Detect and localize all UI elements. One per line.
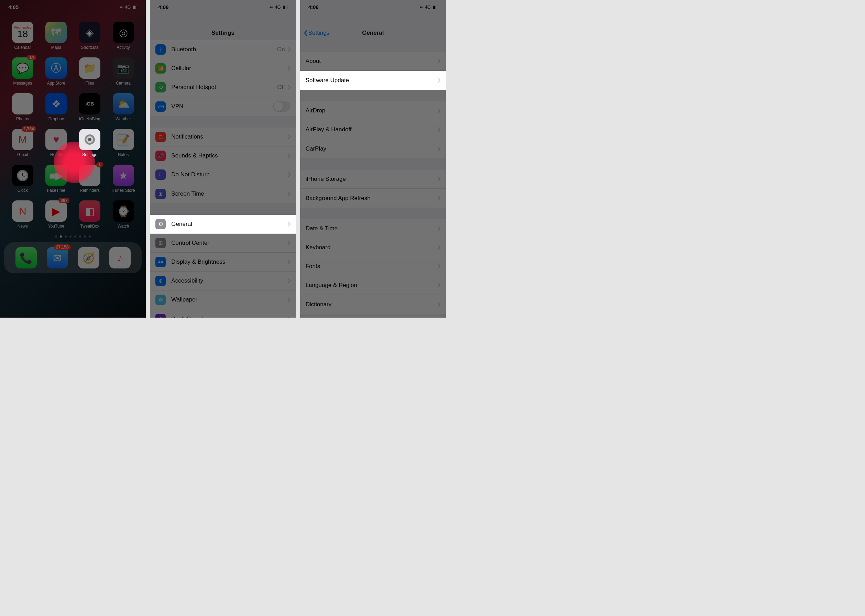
app-clock[interactable]: 🕓 Clock xyxy=(8,165,38,193)
row-keyboard[interactable]: Keyboard xyxy=(300,238,446,257)
row-accessibility[interactable]: ⊚ Accessibility xyxy=(150,272,296,291)
row-vpn[interactable]: VPN VPN xyxy=(150,97,296,116)
app-label: Notes xyxy=(118,152,129,157)
notes-icon: 📝 xyxy=(113,129,134,150)
row-label: Language & Region xyxy=(306,282,438,289)
app-health[interactable]: ♥ Health xyxy=(41,129,71,157)
app-label: Watch xyxy=(118,224,129,229)
dropbox-icon: ❖ xyxy=(46,93,67,115)
row-general[interactable]: ⚙ General xyxy=(150,215,296,234)
app-gmail[interactable]: M 1,784 Gmail xyxy=(8,129,38,157)
activity-icon: ◎ xyxy=(113,22,134,43)
app-calendar[interactable]: Wednesday 18 Calendar xyxy=(8,22,38,50)
control-center-icon: ⊞ xyxy=(156,238,166,248)
row-label: Screen Time xyxy=(171,190,288,197)
app-shortcuts[interactable]: ◈ Shortcuts xyxy=(75,22,105,50)
app-news[interactable]: N News xyxy=(8,200,38,229)
app-messages[interactable]: 💬 14 Messages xyxy=(8,57,38,86)
badge: 387 xyxy=(58,198,69,203)
row-bluetooth[interactable]: ᛒ Bluetooth On xyxy=(150,40,296,59)
vpn-toggle[interactable] xyxy=(273,101,291,112)
row-storage[interactable]: iPhone Storage xyxy=(300,170,446,189)
shortcuts-icon: ◈ xyxy=(79,22,101,43)
app-settings[interactable]: Settings xyxy=(75,129,105,157)
app-itunes-store[interactable]: ★ iTunes Store xyxy=(108,165,138,193)
row-label: VPN xyxy=(171,103,273,110)
dock-safari[interactable]: 🧭 xyxy=(78,247,99,269)
row-fonts[interactable]: Fonts xyxy=(300,257,446,276)
app-photos[interactable]: ✿ Photos xyxy=(8,93,38,121)
app-notes[interactable]: 📝 Notes xyxy=(108,129,138,157)
row-airdrop[interactable]: AirDrop xyxy=(300,101,446,120)
row-label: Background App Refresh xyxy=(306,195,438,202)
app-appstore[interactable]: Ⓐ App Store xyxy=(41,57,71,86)
row-language[interactable]: Language & Region xyxy=(300,276,446,295)
status-time: 4:06 xyxy=(308,4,319,10)
app-label: App Store xyxy=(47,81,65,86)
row-label: AirPlay & Handoff xyxy=(306,126,438,133)
signal-icon: ▪▪ xyxy=(120,5,123,9)
dock-music[interactable]: ♪ xyxy=(109,247,131,269)
row-sounds[interactable]: 🔊 Sounds & Haptics xyxy=(150,146,296,165)
chevron-icon xyxy=(288,85,291,90)
app-label: Clock xyxy=(17,188,28,193)
back-button[interactable]: Settings xyxy=(304,30,329,36)
hotspot-icon: ⟲ xyxy=(156,82,166,93)
row-control-center[interactable]: ⊞ Control Center xyxy=(150,234,296,253)
row-screentime[interactable]: ⧗ Screen Time xyxy=(150,184,296,203)
app-igeeksblog[interactable]: iGB iGeeksBlog xyxy=(75,93,105,121)
row-background-refresh[interactable]: Background App Refresh xyxy=(300,189,446,207)
dock-phone[interactable]: 📞 xyxy=(16,247,37,269)
app-weather[interactable]: ⛅ Weather xyxy=(108,93,138,121)
app-maps[interactable]: 🗺 Maps xyxy=(41,22,71,50)
app-camera[interactable]: 📷 Camera xyxy=(108,57,138,86)
camera-icon: 📷 xyxy=(113,57,134,79)
dock-mail[interactable]: ✉ 27,158 xyxy=(47,247,68,269)
app-label: Maps xyxy=(51,45,61,50)
app-youtube[interactable]: ▶ 387 YouTube xyxy=(41,200,71,229)
row-about[interactable]: About xyxy=(300,52,446,71)
row-wallpaper[interactable]: ✿ Wallpaper xyxy=(150,291,296,310)
app-files[interactable]: 📁 Files xyxy=(75,57,105,86)
row-label: Wallpaper xyxy=(171,296,288,303)
row-notifications[interactable]: ◻ Notifications xyxy=(150,127,296,146)
row-carplay[interactable]: CarPlay xyxy=(300,139,446,158)
app-reminders[interactable]: ☰ 1 Reminders xyxy=(75,165,105,193)
general-icon: ⚙ xyxy=(156,219,166,229)
row-value: Off xyxy=(277,84,285,91)
row-label: General xyxy=(171,221,288,228)
mail-icon: ✉ 27,158 xyxy=(47,247,68,269)
settings-section-notifications: ◻ Notifications 🔊 Sounds & Haptics ☾ Do … xyxy=(150,127,296,203)
app-facetime[interactable]: ■▶ FaceTime xyxy=(41,165,71,193)
row-software-update[interactable]: Software Update xyxy=(300,71,446,90)
row-dictionary[interactable]: Dictionary xyxy=(300,295,446,314)
row-airplay[interactable]: AirPlay & Handoff xyxy=(300,120,446,139)
app-label: Reminders xyxy=(80,188,100,193)
row-cellular[interactable]: 📶 Cellular xyxy=(150,59,296,78)
app-watch[interactable]: ⌚ Watch xyxy=(108,200,138,229)
row-label: Sounds & Haptics xyxy=(171,152,288,159)
chevron-icon xyxy=(288,47,291,52)
app-dropbox[interactable]: ❖ Dropbox xyxy=(41,93,71,121)
app-label: FaceTime xyxy=(47,188,65,193)
battery-icon: ▮▯ xyxy=(283,5,288,9)
app-label: Calendar xyxy=(14,45,31,50)
app-label: Activity xyxy=(117,45,130,50)
row-hotspot[interactable]: ⟲ Personal Hotspot Off xyxy=(150,78,296,97)
row-label: Control Center xyxy=(171,240,288,247)
chevron-icon xyxy=(288,317,291,318)
weather-icon: ⛅ xyxy=(113,93,134,115)
nav-title: Settings xyxy=(211,30,234,36)
row-siri[interactable]: ◉ Siri & Search xyxy=(150,310,296,317)
row-dnd[interactable]: ☾ Do Not Disturb xyxy=(150,165,296,184)
settings-screen: 4:06 ▪▪ 4G ▮▯ Settings ᛒ Bluetooth On 📶 … xyxy=(150,0,296,317)
row-label: Do Not Disturb xyxy=(171,171,288,178)
app-label: Dropbox xyxy=(49,116,64,121)
app-tweakbox[interactable]: ◧ TweakBox xyxy=(75,200,105,229)
network-label: 4G xyxy=(125,5,131,9)
row-display[interactable]: AA Display & Brightness xyxy=(150,253,296,272)
row-label: About xyxy=(306,58,438,64)
app-activity[interactable]: ◎ Activity xyxy=(108,22,138,50)
health-icon: ♥ xyxy=(46,129,67,150)
row-datetime[interactable]: Date & Time xyxy=(300,219,446,238)
